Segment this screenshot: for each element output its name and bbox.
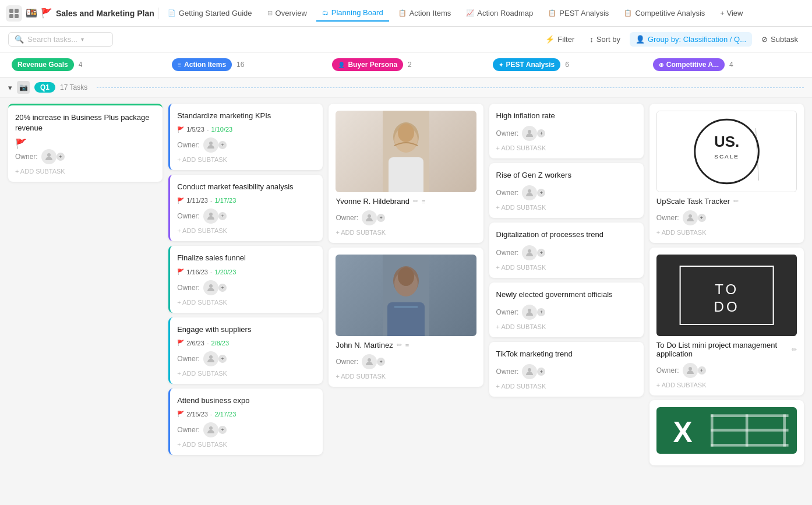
tab-getting-started[interactable]: 📄 Getting Started Guide [162, 5, 258, 21]
card-image-man [336, 255, 476, 336]
edit-icon[interactable]: ✏ [733, 197, 739, 205]
card-pest-3[interactable]: Digitalization of processes trend Owner:… [489, 223, 644, 277]
group-icon: 👤 [636, 35, 645, 44]
card-action-4[interactable]: Engage with suppliers 🚩 2/6/23 - 2/8/23 … [168, 317, 323, 384]
card-buyer-2[interactable]: John N. Martinez ✏ ≡ Owner: + + ADD SUBT… [329, 248, 483, 387]
avatar-add-icon[interactable]: + [537, 129, 545, 137]
col-count-action: 16 [236, 61, 244, 69]
group-separator-line [97, 87, 804, 88]
card-pest-2[interactable]: Rise of Gen Z workers Owner: + + ADD SUB… [489, 163, 644, 218]
card-revenue-1[interactable]: 20% increase in Business Plus package re… [8, 104, 163, 182]
card-pest-1[interactable]: High inflation rate Owner: + + ADD SUBTA… [489, 104, 644, 158]
app-logo [6, 5, 22, 22]
add-subtask-button[interactable]: + ADD SUBTASK [177, 156, 316, 163]
add-subtask-button[interactable]: + ADD SUBTASK [15, 168, 156, 175]
avatar [683, 363, 698, 378]
add-subtask-button[interactable]: + ADD SUBTASK [336, 229, 476, 236]
col-badge-revenue: Revenue Goals [12, 58, 74, 71]
svg-point-14 [398, 123, 414, 142]
col-badge-action: ≡ Action Items [172, 58, 232, 71]
avatar-add-icon[interactable]: + [698, 366, 706, 375]
tab-action-roadmap[interactable]: 📈 Action Roadmap [460, 5, 539, 21]
tab-action-items[interactable]: 📋 Action Items [393, 5, 457, 21]
sort-button[interactable]: ↕ Sort by [584, 32, 626, 47]
avatar-add-icon[interactable]: + [537, 189, 545, 197]
tab-competitive-analysis[interactable]: 📋 Competitive Analysis [618, 5, 711, 21]
avatar-add-icon[interactable]: + [57, 153, 65, 161]
nav-divider-1 [158, 8, 158, 19]
avatar-add-icon[interactable]: + [218, 141, 227, 149]
add-subtask-button[interactable]: + ADD SUBTASK [496, 323, 637, 330]
col-badge-pest: ✦ PEST Analysis [493, 58, 561, 71]
avatar-add-icon[interactable]: + [377, 358, 385, 366]
group-label-q1: Q1 [34, 82, 55, 93]
add-subtask-button[interactable]: + ADD SUBTASK [496, 144, 637, 151]
card-owner: Owner: + [177, 351, 316, 366]
sort-icon: ↕ [589, 35, 594, 44]
edit-icon[interactable]: ✏ [397, 341, 402, 349]
avatar-add-icon[interactable]: + [218, 212, 227, 220]
add-subtask-button[interactable]: + ADD SUBTASK [336, 373, 476, 380]
avatar-add-icon[interactable]: + [537, 368, 545, 376]
svg-rect-42 [711, 429, 789, 432]
avatar-add-icon[interactable]: + [377, 214, 385, 222]
filter-button[interactable]: ⚡ Filter [539, 32, 580, 47]
card-action-3[interactable]: Finalize sales funnel 🚩 1/16/23 - 1/20/2… [168, 246, 323, 312]
card-competitive-2[interactable]: TO DO To Do List mini project management… [649, 248, 804, 395]
add-subtask-button[interactable]: + ADD SUBTASK [496, 383, 637, 390]
card-competitive-3[interactable]: X [649, 400, 804, 465]
card-owner: Owner: + [336, 210, 476, 225]
card-owner: Owner: + [177, 422, 316, 437]
add-subtask-button[interactable]: + ADD SUBTASK [177, 227, 316, 234]
avatar [203, 422, 218, 437]
svg-point-37 [689, 367, 692, 370]
card-owner: Owner: + [496, 126, 637, 141]
card-owner: Owner: + [496, 305, 637, 320]
add-subtask-button[interactable]: + ADD SUBTASK [177, 299, 316, 306]
plus-view-button[interactable]: + View [714, 6, 749, 20]
group-icon-instagram: 📷 [17, 81, 30, 94]
card-owner: Owner: + [496, 185, 637, 200]
search-chevron-icon: ▾ [81, 36, 84, 43]
card-action-5[interactable]: Attend business expo 🚩 2/15/23 - 2/17/23… [168, 389, 323, 455]
col-badge-competitive: ⊕ Competitive A... [653, 58, 725, 71]
avatar-add-icon[interactable]: + [698, 214, 706, 222]
menu-icon[interactable]: ≡ [405, 342, 409, 349]
svg-text:US.: US. [714, 133, 739, 150]
avatar-add-icon[interactable]: + [537, 308, 545, 316]
add-subtask-button[interactable]: + ADD SUBTASK [656, 229, 797, 236]
avatar [41, 149, 57, 164]
edit-icon[interactable]: ✏ [413, 197, 418, 205]
avatar-add-icon[interactable]: + [218, 284, 227, 292]
avatar [522, 364, 537, 379]
add-subtask-button[interactable]: + ADD SUBTASK [496, 264, 637, 271]
group-button[interactable]: 👤 Group by: Classification / Q... [630, 32, 752, 47]
search-box[interactable]: 🔍 Search tasks... ▾ [8, 32, 113, 47]
card-pest-5[interactable]: TikTok marketing trend Owner: + + ADD SU… [489, 342, 644, 397]
avatar-add-icon[interactable]: + [218, 355, 227, 363]
avatar-add-icon[interactable]: + [218, 426, 227, 434]
tab-overview[interactable]: ⊞ Overview [262, 5, 313, 21]
card-buyer-1[interactable]: Yvonne R. Hildebrand ✏ ≡ Owner: + + ADD … [329, 104, 483, 243]
tab-pest-analysis[interactable]: 📋 PEST Analysis [542, 5, 615, 21]
add-subtask-button[interactable]: + ADD SUBTASK [177, 441, 316, 448]
card-pest-4[interactable]: Newly elected government officials Owner… [489, 282, 644, 337]
group-chevron-icon[interactable]: ▾ [8, 83, 12, 92]
card-action-2[interactable]: Conduct market feasibility analysis 🚩 1/… [168, 175, 323, 241]
svg-rect-13 [389, 157, 423, 192]
card-owner: Owner: + [15, 149, 156, 164]
card-title: TikTok marketing trend [496, 349, 637, 359]
add-subtask-button[interactable]: + ADD SUBTASK [177, 370, 316, 377]
card-competitive-1[interactable]: US. SCALE UpScale Task Tracker ✏ Owner: … [649, 104, 804, 243]
edit-icon[interactable]: ✏ [792, 346, 797, 354]
add-subtask-button[interactable]: + ADD SUBTASK [656, 382, 797, 389]
menu-icon[interactable]: ≡ [422, 198, 425, 205]
svg-point-22 [368, 358, 371, 362]
subtask-button[interactable]: ⊘ Subtask [755, 32, 804, 47]
add-subtask-button[interactable]: + ADD SUBTASK [496, 204, 637, 211]
avatar-add-icon[interactable]: + [537, 249, 545, 257]
card-action-1[interactable]: Standardize marketing KPIs 🚩 1/5/23 - 1/… [168, 104, 323, 170]
card-owner: Owner: + [336, 354, 476, 369]
tab-planning-board[interactable]: 🗂 Planning Board [316, 5, 389, 22]
card-title: Attend business expo [177, 395, 316, 406]
